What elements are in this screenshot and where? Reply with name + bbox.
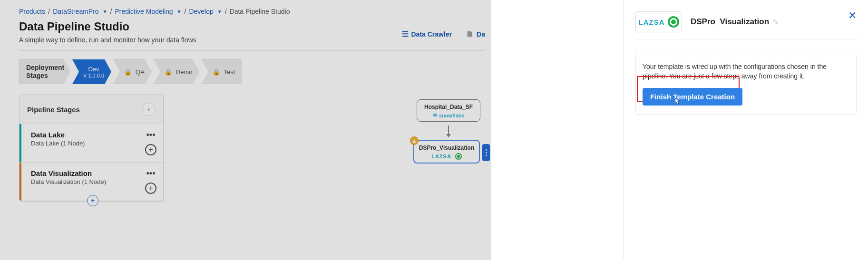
deployment-stages-row: Deployment Stages Dev V 1.0.0.0 🔒 QA 🔒 D… [19, 59, 491, 84]
pipeline-stages-title: Pipeline Stages [27, 106, 80, 114]
add-stage-button[interactable]: + [87, 195, 98, 206]
stage-dev-version: V 1.0.0.0 [83, 73, 104, 78]
finish-template-button[interactable]: Finish Template Creation [643, 88, 742, 106]
chevron-down-icon[interactable]: ▼ [103, 9, 107, 14]
stage-demo[interactable]: 🔒 Demo [154, 59, 200, 84]
pipeline-item-sub: Data Lake (1 Node) [31, 140, 145, 147]
pipeline-stages-panel: Pipeline Stages ‹ Data Lake Data Lake (1… [19, 95, 164, 202]
lazsa-ring-icon [455, 153, 462, 160]
chevron-down-icon[interactable]: ▼ [217, 9, 222, 14]
breadcrumb-predictivemodeling[interactable]: Predictive Modeling [115, 8, 173, 15]
pipeline-item-datalake[interactable]: Data Lake Data Lake (1 Node) ••• + [20, 124, 163, 163]
data-model-link[interactable]: 🗎 Da [466, 29, 485, 39]
template-panel: LAZSA DSPro_Visualization ✎ ✕ Your templ… [624, 0, 868, 260]
data-crawler-link[interactable]: ☰ Data Crawler [402, 29, 452, 39]
breadcrumb-datastreampro[interactable]: DataStreamPro [53, 8, 98, 15]
lock-icon: 🔒 [213, 68, 220, 76]
node-vendor: snowflake [439, 113, 464, 118]
canvas-node-dspro[interactable]: ▲ DSPro_Visualization LAZSA [413, 140, 480, 164]
node-vendor: LAZSA [431, 154, 451, 159]
more-menu-button[interactable]: ••• [145, 169, 156, 178]
chevron-left-icon: ‹ [148, 106, 150, 113]
divider [19, 50, 485, 51]
accent-bar [20, 124, 21, 162]
stage-qa-name: QA [136, 68, 145, 76]
panel-title: DSPro_Visualization [691, 17, 769, 27]
lock-icon: 🔒 [124, 68, 132, 76]
page-title: Data Pipeline Studio [19, 20, 196, 36]
edit-icon[interactable]: ✎ [773, 18, 779, 26]
breadcrumb-products[interactable]: Products [19, 8, 45, 15]
document-icon: 🗎 [466, 30, 474, 39]
stage-dev-name: Dev [88, 66, 99, 73]
node-title: DSPro_Visualization [418, 144, 475, 151]
data-model-label: Da [477, 30, 485, 38]
breadcrumb-sep: / [110, 8, 112, 15]
add-node-button[interactable]: + [145, 183, 156, 194]
stage-demo-name: Demo [176, 68, 193, 76]
data-crawler-label: Data Crawler [411, 30, 452, 38]
page-subtitle: A simple way to define, run and monitor … [19, 36, 196, 44]
collapse-button[interactable]: ‹ [142, 103, 156, 116]
breadcrumb: Products / DataStreamPro ▼ / Predictive … [19, 6, 491, 20]
lazsa-logo-text: LAZSA [639, 18, 665, 26]
canvas[interactable]: Hospital_Data_SF ❄ snowflake ▲ DSPro_Vis… [164, 95, 485, 209]
panel-body: Your template is wired up with the confi… [635, 54, 857, 115]
chevron-down-icon[interactable]: ▼ [177, 9, 182, 14]
pipeline-item-sub: Data Visualization (1 Node) [31, 178, 145, 185]
lazsa-ring-icon [668, 16, 679, 28]
stage-test[interactable]: 🔒 Test [202, 59, 243, 84]
stage-dev[interactable]: Dev V 1.0.0.0 [72, 59, 111, 84]
panel-message: Your template is wired up with the confi… [643, 62, 849, 81]
main-area: Products / DataStreamPro ▼ / Predictive … [0, 0, 491, 260]
breadcrumb-develop[interactable]: Develop [189, 8, 213, 15]
node-side-menu[interactable] [482, 144, 490, 161]
stage-qa[interactable]: 🔒 QA [113, 59, 152, 84]
close-icon[interactable]: ✕ [848, 10, 857, 22]
stage-test-name: Test [224, 68, 235, 76]
flow-arrow [448, 125, 449, 137]
warning-icon: ▲ [410, 136, 419, 145]
list-icon: ☰ [402, 29, 409, 39]
more-menu-button[interactable]: ••• [145, 131, 156, 139]
canvas-node-hospital[interactable]: Hospital_Data_SF ❄ snowflake [417, 99, 480, 122]
breadcrumb-sep: / [185, 8, 186, 15]
snowflake-icon: ❄ [433, 112, 437, 118]
breadcrumb-sep: / [48, 8, 50, 15]
deployment-stages-label: Deployment Stages [19, 59, 70, 84]
pipeline-item-name: Data Lake [31, 131, 145, 140]
pipeline-item-name: Data Visualization [31, 169, 145, 178]
breadcrumb-sep: / [225, 8, 227, 15]
node-title: Hospital_Data_SF [421, 104, 476, 110]
add-node-button[interactable]: + [145, 144, 156, 155]
panel-logo: LAZSA [635, 11, 682, 32]
accent-bar [20, 163, 21, 201]
lock-icon: 🔒 [165, 68, 172, 76]
breadcrumb-current: Data Pipeline Studio [230, 8, 290, 15]
